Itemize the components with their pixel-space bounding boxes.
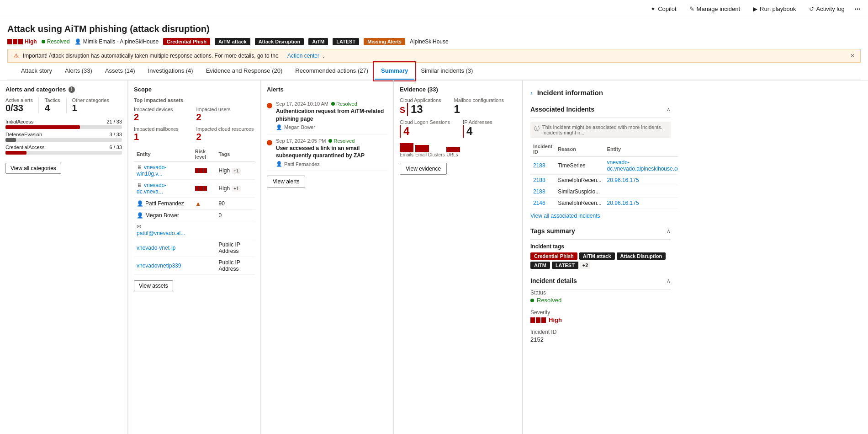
entity-cell xyxy=(604,186,678,198)
mail-icon: ✉ xyxy=(137,224,141,230)
entity-cell: 🖥vnevado-win10g.v... xyxy=(134,162,192,180)
impacted-users-label: Impacted users xyxy=(196,107,255,112)
resolved-dot xyxy=(328,139,332,143)
defense-evasion-label: DefenseEvasion 3 / 33 xyxy=(5,132,122,137)
cloud-logon-item: Cloud Logon Sessions 4 xyxy=(400,119,450,138)
incident-id-link[interactable]: 2188 xyxy=(533,162,545,169)
entity-cell: 👤Megan Bower xyxy=(134,210,192,221)
email-clusters-bar xyxy=(415,145,429,152)
view-alerts-button[interactable]: View alerts xyxy=(267,176,305,188)
tactics-value: 4 xyxy=(45,103,60,113)
entity-name: Patti Fernandez xyxy=(145,200,184,207)
entity-link[interactable]: pattif@vnevado.al... xyxy=(137,230,185,236)
tags-summary-section: Tags summary ∧ Incident tags Credential … xyxy=(530,223,671,269)
reason-cell: TimeSeries xyxy=(555,157,604,175)
cloud-apps-item: Cloud Applications S 13 xyxy=(400,97,441,116)
impacted-cloud-resources: Impacted cloud resources 2 xyxy=(196,126,255,142)
view-all-categories-button[interactable]: View all categories xyxy=(5,163,61,174)
risk-cell xyxy=(192,162,216,180)
incidents-table: Incident ID Reason Entity 2188 TimeSerie… xyxy=(530,142,678,209)
tag-disruption-sidebar: Attack Disruption xyxy=(617,252,666,260)
risk-blocks xyxy=(195,186,213,191)
risk-block-3 xyxy=(203,186,207,191)
urls-bar xyxy=(446,147,460,152)
tag-count: +1 xyxy=(232,186,240,192)
tag-aitm-attack-sidebar: AiTM attack xyxy=(579,252,615,260)
incident-info-title: Incident information xyxy=(537,89,603,96)
close-banner-button[interactable]: ✕ xyxy=(850,53,855,59)
entity-link[interactable]: vnevado-dc.vnevado.alpineskihouse.co xyxy=(607,159,678,172)
entity-link[interactable]: 20.96.16.175 xyxy=(607,200,639,206)
alert-banner: ⚠ Important! Attack disruption has autom… xyxy=(7,49,861,63)
status-detail-label: Status xyxy=(530,289,671,296)
tab-recommended-actions[interactable]: Recommended actions (27) xyxy=(289,63,375,80)
tab-investigations[interactable]: Investigations (4) xyxy=(142,63,200,80)
entity-link[interactable]: vnevado-vnet-ip xyxy=(137,245,175,251)
severity-block-1 xyxy=(7,39,12,44)
alert-text: Important! Attack disruption has automat… xyxy=(23,53,279,59)
tab-summary[interactable]: Summary xyxy=(375,63,414,80)
view-assets-button[interactable]: View assets xyxy=(134,280,173,291)
tag-credential-phish-sidebar: Credential Phish xyxy=(530,252,577,260)
tab-attack-story[interactable]: Attack story xyxy=(15,63,58,80)
view-all-associated-link[interactable]: View all associated incidents xyxy=(530,213,600,219)
risk-block-1 xyxy=(195,168,199,173)
associated-incidents-header[interactable]: Associated Incidents ∧ xyxy=(530,101,671,118)
alert-user-1: 👤 Megan Bower xyxy=(276,124,388,130)
tab-assets[interactable]: Assets (14) xyxy=(99,63,142,80)
view-evidence-button[interactable]: View evidence xyxy=(400,163,447,175)
alert-username-2: Patti Fernandez xyxy=(284,161,320,167)
tab-alerts[interactable]: Alerts (33) xyxy=(58,63,99,80)
manage-incident-button[interactable]: ✎ Manage incident xyxy=(687,4,743,14)
alert-resolved-2: Resolved xyxy=(328,138,355,144)
incident-id-cell: 2146 xyxy=(530,198,555,209)
more-actions-button[interactable]: ··· xyxy=(855,5,861,13)
evidence-second-row: Cloud Logon Sessions 4 IP Addresses 4 xyxy=(400,119,516,138)
alert-meta-2: Sep 17, 2024 2:05 PM Resolved xyxy=(276,138,388,144)
impacted-mailboxes: Impacted mailboxes 1 xyxy=(134,126,193,142)
other-categories-value: 1 xyxy=(72,103,109,113)
defense-evasion-bar-bg xyxy=(5,138,122,142)
activity-log-button[interactable]: ↺ Activity log xyxy=(806,4,847,14)
incident-details-header[interactable]: Incident details ∧ xyxy=(530,273,671,289)
page-header: Attack using AiTM phishing (attack disru… xyxy=(0,18,868,80)
page-title: Attack using AiTM phishing (attack disru… xyxy=(7,24,861,34)
table-row: vnevado-vnet-ip Public IP Address xyxy=(134,239,255,257)
active-alerts-label: Active alerts xyxy=(5,97,33,103)
copilot-button[interactable]: ✦ Copilot xyxy=(648,4,679,14)
sev-block-1 xyxy=(530,317,535,323)
entity-link[interactable]: 20.96.16.175 xyxy=(607,177,639,183)
entity-link[interactable]: vnevadovnetip339 xyxy=(137,263,181,269)
incident-details-section: Incident details ∧ Status Resolved Sever… xyxy=(530,273,671,343)
device-icon: 🖥 xyxy=(137,164,142,171)
alert-resolved-1: Resolved xyxy=(331,101,357,107)
incident-id-link[interactable]: 2188 xyxy=(533,188,545,195)
severity-detail-value: High xyxy=(530,316,671,323)
incident-info-toggle[interactable]: › Incident information xyxy=(530,86,671,101)
associated-note: ⓘ This incident might be associated with… xyxy=(530,122,671,138)
active-alerts-stat: Active alerts 0/33 xyxy=(5,97,39,113)
incident-id-link[interactable]: 2188 xyxy=(533,177,545,183)
progress-section: InitialAccess 21 / 33 DefenseEvasion 3 /… xyxy=(5,119,122,155)
tactics-stat: Tactics 4 xyxy=(45,97,67,113)
incident-id-link[interactable]: 2146 xyxy=(533,200,545,206)
active-alerts-value: 0/33 xyxy=(5,103,33,113)
entity-cell: 👤Patti Fernandez xyxy=(134,198,192,210)
tab-evidence-response[interactable]: Evidence and Response (20) xyxy=(200,63,289,80)
severity-value-text: High xyxy=(549,316,562,323)
tab-similar-incidents[interactable]: Similar incidents (3) xyxy=(414,63,479,80)
entity-name: Megan Bower xyxy=(145,212,179,219)
table-row: ✉pattif@vnevado.al... xyxy=(134,221,255,239)
chevron-up-icon: ∧ xyxy=(667,278,671,284)
resolved-dot xyxy=(42,40,45,43)
status-detail-value: Resolved xyxy=(530,297,671,304)
severity-blocks xyxy=(7,39,23,44)
mailbox-config-item: Mailbox configurations 1 xyxy=(454,97,504,116)
run-playbook-button[interactable]: ▶ Run playbook xyxy=(750,4,799,14)
tags-cell: High+1 xyxy=(216,162,255,180)
action-center-link[interactable]: Action center xyxy=(287,53,319,59)
tags-summary-header[interactable]: Tags summary ∧ xyxy=(530,223,671,240)
alert-meta-1: Sep 17, 2024 10:10 AM Resolved xyxy=(276,101,388,107)
alert-dot-2 xyxy=(267,140,272,145)
tag-credential-phish: Credential Phish xyxy=(163,38,210,45)
